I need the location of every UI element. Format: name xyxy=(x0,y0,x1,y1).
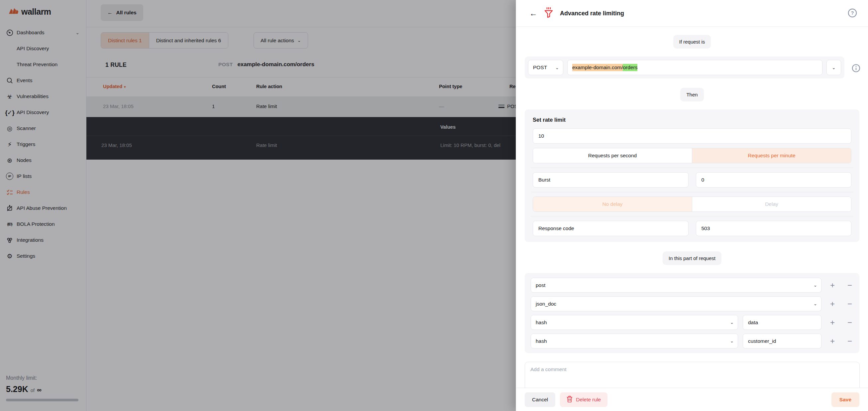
delay-option[interactable]: Delay xyxy=(692,197,851,211)
burst-input[interactable] xyxy=(702,177,846,183)
requests-per-minute-option[interactable]: Requests per minute xyxy=(692,148,851,163)
delete-rule-button[interactable]: Delete rule xyxy=(560,392,608,407)
remove-part-button[interactable]: − xyxy=(843,335,856,348)
trash-icon xyxy=(567,396,572,404)
uri-host-segment: example-domain.com/ xyxy=(572,64,623,71)
part-row: json_doc ⌄ + − xyxy=(531,296,856,311)
uri-path-segment: orders xyxy=(623,64,638,71)
if-request-is-pill: If request is xyxy=(673,35,711,49)
burst-row: Burst xyxy=(533,172,851,187)
part-select-post[interactable]: post ⌄ xyxy=(531,278,822,293)
part-value-field[interactable] xyxy=(743,333,822,349)
delete-rule-label: Delete rule xyxy=(576,397,601,403)
select-caret-icon: ⌄ xyxy=(813,283,817,288)
select-caret-icon: ⌄ xyxy=(555,65,559,70)
add-part-button[interactable]: + xyxy=(826,298,839,310)
part-row: post ⌄ + − xyxy=(531,278,856,293)
rate-unit-toggle: Requests per second Requests per minute xyxy=(533,148,851,163)
select-caret-icon: ⌄ xyxy=(730,320,734,325)
part-select-json-doc[interactable]: json_doc ⌄ xyxy=(531,296,822,311)
remove-part-button[interactable]: − xyxy=(843,298,856,310)
remove-part-button[interactable]: − xyxy=(843,316,856,329)
burst-label: Burst xyxy=(533,172,688,187)
add-part-button[interactable]: + xyxy=(826,335,839,348)
remove-part-button[interactable]: − xyxy=(843,279,856,292)
app-root: wallarm Dashboards ⌄ API Discovery Threa… xyxy=(0,0,868,411)
drawer-footer: Cancel Delete rule Save xyxy=(516,388,868,411)
part-row: hash ⌄ + − xyxy=(531,315,856,330)
requests-per-second-option[interactable]: Requests per second xyxy=(533,148,692,163)
comment-textarea[interactable] xyxy=(525,362,860,391)
set-rate-limit-card: Set rate limit Requests per second Reque… xyxy=(525,109,859,242)
then-pill: Then xyxy=(680,88,704,101)
set-rate-limit-title: Set rate limit xyxy=(533,117,851,123)
part-row: hash ⌄ + − xyxy=(531,333,856,349)
condition-row: POST ⌄ example-domain.com/orders ⌄ xyxy=(525,57,859,79)
add-part-button[interactable]: + xyxy=(826,316,839,329)
add-part-button[interactable]: + xyxy=(826,279,839,292)
card-divider xyxy=(531,168,854,168)
method-select[interactable]: POST ⌄ xyxy=(528,60,563,75)
part-select-hash-2[interactable]: hash ⌄ xyxy=(531,333,738,349)
card-divider xyxy=(531,192,854,192)
info-icon[interactable] xyxy=(851,63,861,74)
modal-dim-overlay xyxy=(0,0,516,411)
response-code-row: Response code xyxy=(533,221,851,236)
svg-text:?: ? xyxy=(851,10,854,16)
help-icon[interactable]: ? xyxy=(847,8,857,19)
select-caret-icon: ⌄ xyxy=(730,339,734,344)
burst-value-field[interactable] xyxy=(696,172,852,187)
part-value-field[interactable] xyxy=(743,315,822,330)
request-part-card: post ⌄ + − json_doc ⌄ + − hash ⌄ xyxy=(525,273,859,353)
drawer-title: Advanced rate limiting xyxy=(560,10,624,17)
rate-limit-funnel-icon xyxy=(544,7,553,20)
part-value-input-customer-id[interactable] xyxy=(743,334,821,348)
part-value-input-data[interactable] xyxy=(743,315,821,329)
in-this-part-pill: In this part of request xyxy=(663,252,721,265)
select-caret-icon: ⌄ xyxy=(813,301,817,306)
cancel-button[interactable]: Cancel xyxy=(525,392,555,407)
part-select-hash-1[interactable]: hash ⌄ xyxy=(531,315,738,330)
response-code-input[interactable] xyxy=(702,226,846,231)
response-code-label: Response code xyxy=(533,221,688,236)
advanced-rate-limiting-drawer: ← Advanced rate limiting ? If request is… xyxy=(516,0,868,411)
drawer-header: ← Advanced rate limiting ? xyxy=(516,0,868,27)
no-delay-option[interactable]: No delay xyxy=(533,197,692,211)
response-code-field[interactable] xyxy=(696,221,852,236)
card-divider xyxy=(531,216,854,216)
save-button[interactable]: Save xyxy=(832,392,859,407)
delay-toggle: No delay Delay xyxy=(533,197,851,212)
uri-condition-input[interactable]: example-domain.com/orders xyxy=(567,60,823,75)
rate-limit-value-input[interactable] xyxy=(533,128,851,144)
drawer-back-button[interactable]: ← xyxy=(529,9,537,17)
condition-expand-button[interactable]: ⌄ xyxy=(827,60,841,75)
